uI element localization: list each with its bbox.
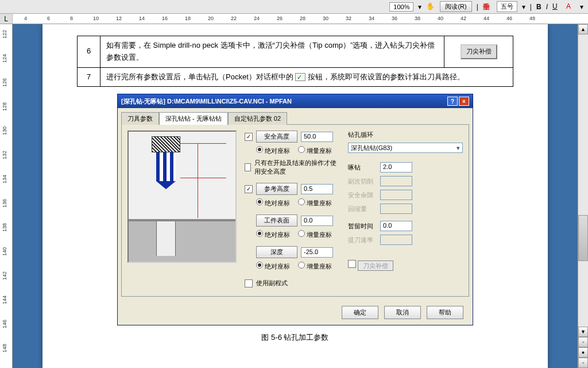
tab-custom-02[interactable]: 自定钻孔参数 02 [228, 112, 287, 125]
drill-diagram [127, 131, 237, 263]
steps-table: 6 如有需要，在 Simple drill-no peck 选项卡中，激活“刀尖… [77, 36, 513, 87]
scroll-down-icon[interactable]: ▼ [578, 327, 588, 337]
help-icon[interactable]: ? [447, 97, 458, 106]
work-inc-radio[interactable] [298, 230, 305, 237]
font-icon[interactable]: 垂 [483, 2, 492, 12]
disabled-field: 提刀速率 [348, 236, 377, 244]
vertical-scrollbar[interactable]: ▲ ▼ ◦ ● ◦ [578, 24, 588, 368]
depth-input[interactable]: -25.0 [301, 247, 333, 258]
step-text-a: 进行完所有参数设置后，单击钻孔（Pocket）对话框中的 [106, 72, 293, 81]
radio-abs-label: 绝对座标 [265, 147, 290, 154]
ref-z-button[interactable]: 参考高度 [256, 183, 297, 195]
disabled-input [380, 235, 412, 245]
dialog-title: [深孔钻-无啄钻] D:\MCAM9\MILL\NCI\Z5-CAV.NCI -… [121, 97, 292, 106]
drill-dialog: [深孔钻-无啄钻] D:\MCAM9\MILL\NCI\Z5-CAV.NCI -… [117, 94, 473, 325]
use-sub-label: 使用副程式 [256, 279, 288, 288]
step-number: 6 [78, 36, 100, 68]
peck-input[interactable]: 2.0 [380, 162, 412, 172]
ok-check-icon [295, 73, 305, 81]
step-number: 7 [78, 67, 100, 87]
radio-inc-label: 增量座标 [307, 200, 332, 206]
table-row: 7 进行完所有参数设置后，单击钻孔（Pocket）对话框中的 按钮，系统即可依设… [78, 67, 513, 87]
read-button[interactable]: 阅读(R) [440, 1, 471, 12]
table-row: 6 如有需要，在 Simple drill-no peck 选项卡中，激活“刀尖… [78, 36, 513, 68]
zoom-down-icon[interactable]: ▾ [418, 3, 421, 11]
tab-drill-params[interactable]: 深孔钻钻 - 无啄钻钻 [159, 112, 228, 125]
work-z-input[interactable]: 0.0 [301, 216, 333, 226]
fontsize-down-icon[interactable]: ▾ [522, 3, 525, 11]
ok-button[interactable]: 确定 [342, 306, 378, 319]
hand-icon[interactable]: ✋ [426, 2, 435, 12]
cancel-button[interactable]: 取消 [384, 306, 421, 319]
ruler-corner-icon: L [0, 14, 13, 24]
dwell-input[interactable]: 0.0 [380, 221, 412, 231]
dwell-label: 暂留时间 [348, 222, 377, 231]
tab-tool-params[interactable]: 刀具参数 [121, 112, 159, 125]
tip-comp-button-dlg: 刀尖补偿 [358, 260, 393, 271]
cycle-label: 钻孔循环 [348, 131, 463, 139]
underline-icon[interactable]: U [552, 2, 562, 12]
page: 6 如有需要，在 Simple drill-no peck 选项卡中，激活“刀尖… [42, 24, 548, 368]
cycle-value: 深孔钻钻(G83) [351, 144, 392, 152]
next-page-icon[interactable]: ◦ [578, 358, 588, 368]
safe-z-button[interactable]: 安全高度 [256, 131, 297, 143]
dialog-footer: 确定 取消 帮助 [118, 300, 473, 325]
depth-abs-radio[interactable] [256, 262, 263, 269]
radio-abs-label: 绝对座标 [265, 263, 290, 270]
scroll-thumb[interactable] [578, 215, 588, 261]
safe-z-input[interactable]: 50.0 [301, 132, 333, 142]
document-area: 6 如有需要，在 Simple drill-no peck 选项卡中，激活“刀尖… [13, 24, 578, 368]
tip-comp-button[interactable]: 刀尖补偿 [461, 44, 497, 59]
ref-z-checkbox[interactable] [245, 185, 253, 193]
radio-abs-label: 绝对座标 [265, 231, 290, 238]
step-button-cell: 刀尖补偿 [444, 36, 513, 68]
work-z-button[interactable]: 工件表面 [256, 214, 297, 227]
depth-button[interactable]: 深度 [256, 246, 297, 258]
help-button[interactable]: 帮助 [427, 306, 463, 319]
toolbar-sep2: | [530, 3, 532, 11]
ref-inc-radio[interactable] [298, 198, 305, 205]
step-text-b: 按钮，系统即可依设置的参数计算出刀具路径。 [308, 72, 465, 81]
prev-page-icon[interactable]: ◦ [578, 337, 588, 347]
fontsize-select[interactable]: 五号 [497, 1, 517, 12]
disabled-field: 安全余隙 [348, 191, 377, 200]
radio-inc-label: 增量座标 [307, 147, 332, 154]
horizontal-ruler: L 46810121416182022242628303234363840424… [0, 14, 588, 24]
dialog-panel: 安全高度 50.0 绝对座标 增量座标 只有在开始及结束的操作才使用安全高度 [121, 124, 469, 297]
zoom-level[interactable]: 100% [389, 2, 413, 12]
dialog-titlebar[interactable]: [深孔钻-无啄钻] D:\MCAM9\MILL\NCI\Z5-CAV.NCI -… [118, 94, 473, 108]
depth-inc-radio[interactable] [298, 262, 305, 269]
radio-abs-label: 绝对座标 [265, 200, 290, 206]
cycle-column: 钻孔循环 深孔钻钻(G83) 啄钻 2.0 副次切削 安全余隙 回缩量 暂留时间… [348, 131, 463, 290]
close-icon[interactable]: × [459, 97, 469, 106]
toolbar-spacer [5, 6, 9, 8]
figure-caption: 图 5-6 钻孔加工参数 [77, 332, 513, 343]
safe-z-checkbox[interactable] [245, 133, 253, 141]
peck-label: 啄钻 [348, 163, 377, 172]
app-toolbar: 100% ▾ ✋ 阅读(R) | 垂 五号 ▾ | B I U A ▾ [0, 0, 588, 14]
tip-comp-checkbox[interactable] [348, 260, 356, 268]
disabled-field: 副次切削 [348, 177, 377, 186]
ref-z-input[interactable]: 0.5 [301, 184, 333, 194]
toolbar-sep: | [477, 3, 478, 11]
dialog-tabs: 刀具参数 深孔钻钻 - 无啄钻钻 自定钻孔参数 02 [118, 108, 473, 124]
disabled-field: 回缩量 [348, 205, 377, 213]
safe-abs-radio[interactable] [256, 146, 263, 153]
ref-abs-radio[interactable] [256, 198, 263, 205]
use-sub-checkbox[interactable] [245, 279, 253, 288]
scroll-up-icon[interactable]: ▲ [578, 24, 588, 34]
italic-button[interactable]: I [546, 3, 548, 11]
safe-inc-radio[interactable] [298, 146, 305, 153]
only-startend-checkbox[interactable] [245, 163, 251, 171]
font-color-icon[interactable]: A [566, 2, 575, 12]
toolbar-more-icon[interactable]: ▾ [580, 3, 583, 11]
params-column: 安全高度 50.0 绝对座标 增量座标 只有在开始及结束的操作才使用安全高度 [245, 131, 340, 290]
bold-button[interactable]: B [536, 3, 541, 11]
cycle-select[interactable]: 深孔钻钻(G83) [348, 143, 463, 153]
vertical-ruler: 1221241261281301321341361381401421441461… [0, 24, 13, 368]
radio-inc-label: 增量座标 [307, 263, 332, 270]
step-text: 如有需要，在 Simple drill-no peck 选项卡中，激活“刀尖补偿… [100, 36, 444, 68]
browse-object-icon[interactable]: ● [578, 347, 588, 358]
disabled-input [380, 176, 412, 186]
work-abs-radio[interactable] [256, 230, 263, 237]
